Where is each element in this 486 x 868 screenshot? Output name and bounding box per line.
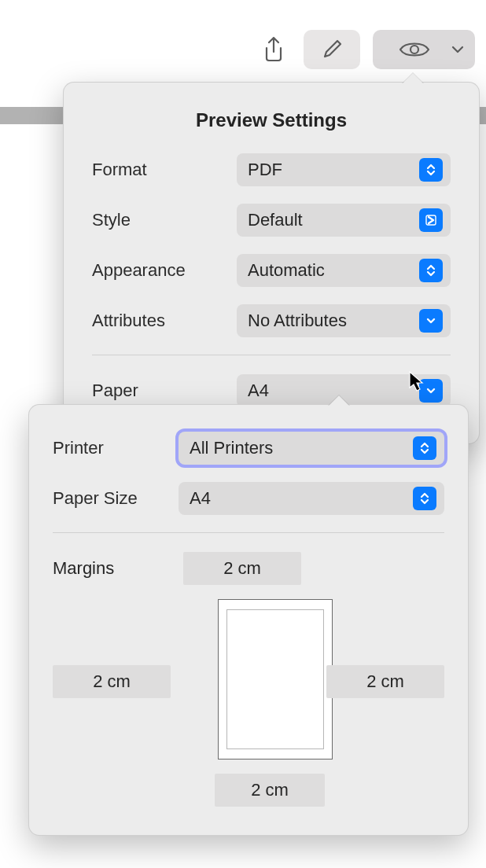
- updown-icon: [413, 487, 436, 510]
- margins-label: Margins: [53, 558, 168, 579]
- papersize-label: Paper Size: [53, 488, 168, 509]
- format-select[interactable]: PDF: [237, 153, 451, 186]
- page-preview: [218, 599, 333, 760]
- papersize-select[interactable]: A4: [179, 482, 444, 515]
- margin-right-input[interactable]: 2 cm: [326, 665, 444, 698]
- paper-popover: Printer All Printers Paper Size A4 Margi…: [28, 404, 469, 836]
- attributes-row: Attributes No Attributes: [92, 304, 451, 337]
- toolbar: [256, 30, 475, 69]
- mouse-cursor-icon: [409, 371, 425, 392]
- appearance-select[interactable]: Automatic: [237, 254, 451, 287]
- margin-bottom-input[interactable]: 2 cm: [215, 774, 325, 807]
- printer-select[interactable]: All Printers: [179, 432, 444, 465]
- pencil-icon: [321, 39, 343, 61]
- edit-button[interactable]: [304, 30, 360, 69]
- format-row: Format PDF: [92, 153, 451, 186]
- eye-icon: [384, 39, 445, 60]
- popover-arrow: [328, 395, 350, 406]
- papersize-row: Paper Size A4: [53, 482, 444, 515]
- updown-icon: [419, 158, 443, 182]
- nav-icon: [419, 208, 443, 232]
- updown-icon: [419, 259, 443, 282]
- printer-label: Printer: [53, 438, 168, 458]
- share-button[interactable]: [256, 30, 291, 69]
- appearance-value: Automatic: [248, 260, 419, 281]
- printer-value: All Printers: [190, 438, 413, 458]
- attributes-select[interactable]: No Attributes: [237, 304, 451, 337]
- chevron-down-icon: [419, 309, 443, 333]
- appearance-label: Appearance: [92, 260, 226, 281]
- style-select[interactable]: Default: [237, 204, 451, 237]
- style-label: Style: [92, 210, 226, 230]
- margins-section: Margins 2 cm 2 cm 2 cm 2 cm: [53, 552, 444, 811]
- style-row: Style Default: [92, 204, 451, 237]
- svg-point-0: [411, 46, 418, 53]
- printer-row: Printer All Printers: [53, 432, 444, 465]
- format-value: PDF: [248, 160, 419, 180]
- view-button[interactable]: [373, 30, 475, 69]
- attributes-label: Attributes: [92, 311, 226, 331]
- divider: [53, 532, 444, 533]
- style-value: Default: [248, 210, 419, 230]
- appearance-row: Appearance Automatic: [92, 254, 451, 287]
- attributes-value: No Attributes: [248, 311, 419, 331]
- share-icon: [263, 36, 285, 63]
- chevron-down-icon: [451, 45, 464, 54]
- paper-row: Paper A4: [92, 374, 451, 407]
- svg-rect-1: [426, 215, 436, 225]
- margin-left-input[interactable]: 2 cm: [53, 665, 171, 698]
- margin-top-input[interactable]: 2 cm: [183, 552, 301, 585]
- divider: [92, 355, 451, 355]
- popover-title: Preview Settings: [92, 109, 451, 131]
- paper-label: Paper: [92, 381, 226, 401]
- format-label: Format: [92, 160, 226, 180]
- popover-arrow: [402, 73, 424, 84]
- page-inner: [226, 609, 324, 749]
- updown-icon: [413, 436, 436, 460]
- papersize-value: A4: [190, 488, 413, 509]
